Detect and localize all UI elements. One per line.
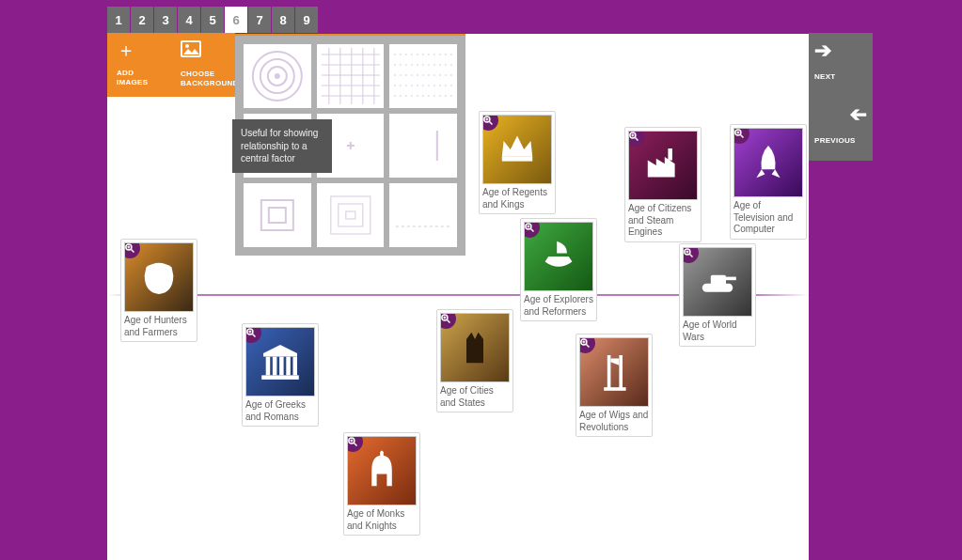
step-tab-8[interactable]: 8 [272, 7, 294, 33]
svg-line-41 [253, 334, 256, 337]
background-option-vline[interactable] [389, 114, 457, 178]
background-option-grid[interactable] [317, 44, 385, 108]
card-thumbnail [440, 313, 510, 382]
svg-line-65 [587, 345, 590, 348]
background-option-circles[interactable] [244, 44, 311, 108]
add-images-button[interactable]: ＋ ADD IMAGES [107, 33, 171, 97]
card-caption: Age of Regents and Kings [482, 184, 552, 210]
card-caption: Age of Cities and States [440, 382, 510, 409]
svg-rect-63 [604, 387, 625, 391]
card-citizens[interactable]: Age of Citizens and Steam Engines [624, 127, 702, 242]
svg-rect-61 [607, 355, 611, 389]
svg-rect-36 [279, 357, 284, 376]
step-tab-4[interactable]: 4 [178, 7, 200, 33]
svg-line-54 [490, 122, 493, 125]
step-tab-9[interactable]: 9 [295, 7, 318, 33]
step-tab-6[interactable]: 6 [225, 7, 247, 33]
card-thumbnail [683, 247, 752, 317]
previous-button[interactable]: ➔ PREVIOUS [809, 97, 873, 161]
arrow-right-icon: ➔ [814, 40, 867, 61]
card-caption: Age of Wigs and Revolutions [579, 407, 649, 433]
card-cities[interactable]: Age of Cities and States [436, 309, 513, 412]
card-thumbnail [524, 222, 593, 291]
background-option-hlines[interactable] [389, 44, 457, 108]
card-caption: Age of Citizens and Steam Engines [628, 200, 698, 239]
card-thumbnail [124, 242, 194, 312]
background-option-squares2[interactable] [317, 183, 385, 247]
card-caption: Age of Television and Computer [733, 197, 803, 236]
svg-rect-25 [269, 208, 286, 223]
card-greeks[interactable]: Age of Greeks and Romans [242, 323, 319, 427]
picture-icon [181, 40, 226, 60]
card-regents[interactable]: Age of Regents and Kings [479, 111, 556, 214]
svg-line-58 [531, 229, 534, 232]
svg-rect-37 [286, 357, 291, 376]
card-thumbnail [733, 128, 803, 197]
action-bar: ＋ ADD IMAGES CHOOSE BACKGROUND [107, 33, 235, 97]
next-label: NEXT [814, 72, 867, 81]
card-thumbnail [579, 337, 649, 407]
svg-rect-38 [293, 357, 298, 376]
svg-rect-75 [722, 277, 735, 281]
plus-icon: ＋ [117, 40, 162, 59]
arrow-left-icon: ➔ [814, 104, 867, 125]
card-thumbnail [245, 327, 315, 397]
step-tab-7[interactable]: 7 [248, 7, 271, 33]
svg-rect-39 [261, 375, 299, 380]
svg-rect-35 [273, 357, 277, 376]
card-caption: Age of Hunters and Farmers [124, 312, 194, 338]
svg-point-1 [185, 44, 189, 48]
card-thumbnail [482, 115, 552, 184]
svg-rect-28 [345, 211, 355, 219]
choose-background-button[interactable]: CHOOSE BACKGROUND [171, 33, 235, 97]
svg-rect-68 [668, 148, 672, 161]
next-button[interactable]: ➔ NEXT [809, 33, 873, 97]
card-caption: Age of Greeks and Romans [245, 397, 315, 423]
card-thumbnail [347, 436, 417, 506]
card-wigs[interactable]: Age of Wigs and Revolutions [576, 334, 653, 437]
card-tv[interactable]: Age of Television and Computer [730, 124, 807, 240]
svg-line-49 [448, 320, 450, 323]
step-tab-2[interactable]: 2 [131, 7, 153, 33]
svg-line-31 [132, 250, 134, 253]
add-images-label: ADD IMAGES [117, 69, 162, 86]
nav-panel: ➔ NEXT ➔ PREVIOUS [809, 33, 873, 161]
svg-rect-26 [330, 196, 370, 234]
svg-line-45 [355, 443, 357, 446]
svg-line-81 [741, 135, 744, 138]
previous-label: PREVIOUS [814, 136, 867, 145]
svg-rect-74 [711, 275, 726, 286]
svg-rect-27 [338, 204, 362, 226]
background-option-squares1[interactable] [244, 183, 311, 247]
step-tab-1[interactable]: 1 [107, 7, 130, 33]
background-option-dashline[interactable] [389, 183, 457, 247]
card-caption: Age of Monks and Knights [347, 506, 417, 532]
step-tabs: 123456789 [107, 7, 318, 33]
svg-point-5 [275, 73, 280, 79]
card-caption: Age of Explorers and Reformers [524, 291, 593, 318]
background-option-tooltip: Useful for showing relationship to a cen… [232, 119, 332, 173]
card-caption: Age of World Wars [683, 317, 752, 343]
card-hunters[interactable]: Age of Hunters and Farmers [120, 239, 197, 342]
card-monks[interactable]: Age of Monks and Knights [343, 432, 420, 536]
svg-line-77 [690, 255, 693, 257]
step-tab-3[interactable]: 3 [154, 7, 177, 33]
card-worldwars[interactable]: Age of World Wars [679, 243, 756, 347]
step-tab-5[interactable]: 5 [201, 7, 224, 33]
choose-background-label: CHOOSE BACKGROUND [181, 70, 226, 87]
svg-rect-24 [261, 200, 293, 230]
svg-rect-62 [619, 355, 623, 389]
svg-rect-52 [502, 156, 532, 161]
card-thumbnail [628, 131, 698, 200]
svg-line-70 [636, 138, 639, 141]
card-explorers[interactable]: Age of Explorers and Reformers [520, 218, 597, 321]
svg-rect-34 [266, 357, 271, 376]
